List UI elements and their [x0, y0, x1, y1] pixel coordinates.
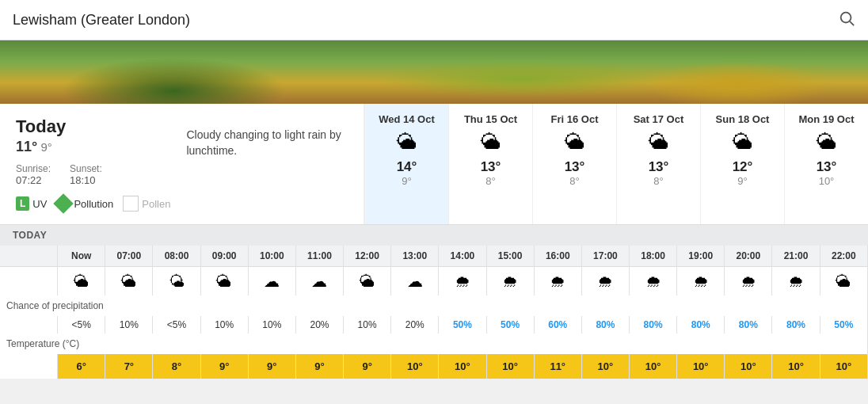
temp-val-4: 9° — [248, 354, 295, 379]
precip-data-row: <5%10%<5%10%10%20%10%20%50%50%60%80%80%8… — [0, 316, 868, 333]
forecast-day-name-4: Sun 18 Oct — [716, 113, 770, 125]
forecast-icon-5: 🌥 — [817, 130, 837, 154]
hourly-icon-14: 🌧 — [725, 267, 772, 296]
main-content: Today 11° 9° Sunrise: 07:22 Sunset: 18:1… — [0, 104, 868, 224]
time-header-11: 17:00 — [581, 246, 629, 267]
today-indicators: L UV Pollution Pollen — [16, 196, 170, 212]
forecast-icon-0: 🌥 — [397, 130, 417, 154]
precip-val-6: 10% — [344, 316, 391, 333]
forecast-day-5[interactable]: Mon 19 Oct 🌥 13° 10° — [785, 104, 868, 224]
hourly-icon-0: 🌥 — [58, 267, 105, 296]
time-header-4: 10:00 — [248, 246, 295, 267]
forecast-day-1[interactable]: Thu 15 Oct 🌥 13° 8° — [449, 104, 533, 224]
time-header-1: 07:00 — [105, 246, 153, 267]
hourly-icon-6: 🌥 — [344, 267, 391, 296]
precip-empty — [0, 316, 58, 333]
temp-label: Temperature (°C) — [0, 333, 868, 354]
forecast-low-0: 9° — [402, 175, 411, 187]
forecast-day-0[interactable]: Wed 14 Oct 🌥 14° 9° — [365, 104, 449, 224]
sunset-label: Sunset: — [70, 163, 102, 174]
hourly-header: TODAY — [0, 225, 868, 246]
hourly-icon-15: 🌧 — [772, 267, 820, 296]
pollen-icon — [123, 196, 139, 212]
sunrise-time: 07:22 — [16, 174, 51, 186]
forecast-high-2: 13° — [565, 159, 585, 175]
forecast-high-0: 14° — [397, 159, 417, 175]
forecast-day-4[interactable]: Sun 18 Oct 🌥 12° 9° — [701, 104, 785, 224]
time-header-5: 11:00 — [295, 246, 343, 267]
pollution-badge[interactable]: Pollution — [56, 196, 113, 211]
precip-val-2: <5% — [153, 316, 200, 333]
temp-label-row: Temperature (°C) — [0, 333, 868, 354]
temp-val-2: 8° — [153, 354, 200, 379]
time-header-7: 13:00 — [391, 246, 439, 267]
pollen-badge[interactable]: Pollen — [123, 196, 170, 212]
temp-data-row: 6°7°8°9°9°9°9°10°10°10°11°10°10°10°10°10… — [0, 354, 868, 379]
search-button[interactable] — [838, 10, 855, 30]
time-header-9: 15:00 — [486, 246, 534, 267]
hourly-icon-2: 🌤 — [153, 267, 200, 296]
forecast-icon-1: 🌥 — [481, 130, 501, 154]
temp-val-3: 9° — [200, 354, 248, 379]
time-header-13: 19:00 — [677, 246, 725, 267]
today-low: 9° — [40, 140, 51, 154]
temp-val-1: 7° — [105, 354, 153, 379]
precip-label-row: Chance of precipitation — [0, 295, 868, 316]
temp-empty — [0, 354, 58, 379]
forecast-day-name-0: Wed 14 Oct — [379, 113, 435, 125]
forecast-day-2[interactable]: Fri 16 Oct 🌥 13° 8° — [533, 104, 617, 224]
hourly-icon-16: 🌥 — [820, 267, 867, 296]
pollen-label: Pollen — [142, 198, 170, 210]
forecast-icon-3: 🌥 — [649, 130, 669, 154]
temp-val-9: 10° — [486, 354, 534, 379]
forecast-day-3[interactable]: Sat 17 Oct 🌥 13° 8° — [617, 104, 701, 224]
hourly-icon-11: 🌧 — [581, 267, 629, 296]
today-panel: Today 11° 9° Sunrise: 07:22 Sunset: 18:1… — [0, 104, 364, 224]
uv-badge[interactable]: L UV — [16, 196, 47, 211]
hourly-icon-12: 🌧 — [629, 267, 676, 296]
temp-val-14: 10° — [725, 354, 772, 379]
svg-line-1 — [850, 21, 854, 25]
time-header-8: 14:00 — [439, 246, 486, 267]
temp-val-13: 10° — [677, 354, 725, 379]
precip-val-3: 10% — [200, 316, 248, 333]
header: Lewisham (Greater London) — [0, 0, 868, 40]
today-title: Today — [16, 116, 170, 137]
temp-val-5: 9° — [295, 354, 343, 379]
time-header-6: 12:00 — [344, 246, 391, 267]
forecast-icon-4: 🌥 — [733, 130, 753, 154]
forecast-low-1: 8° — [485, 175, 495, 187]
precip-val-8: 50% — [439, 316, 486, 333]
forecast-day-name-2: Fri 16 Oct — [551, 113, 599, 125]
time-header-empty — [0, 246, 58, 267]
time-header-15: 21:00 — [772, 246, 820, 267]
today-sun: Sunrise: 07:22 Sunset: 18:10 — [16, 163, 170, 186]
precip-val-10: 60% — [534, 316, 581, 333]
forecast-low-5: 10° — [819, 175, 835, 187]
precip-val-9: 50% — [486, 316, 534, 333]
forecast-low-4: 9° — [737, 175, 747, 187]
icon-row-label — [0, 267, 58, 296]
precip-label: Chance of precipitation — [0, 295, 868, 316]
hourly-icon-13: 🌧 — [677, 267, 725, 296]
hero-image — [0, 40, 868, 104]
precip-val-1: 10% — [105, 316, 153, 333]
hourly-icon-10: 🌧 — [534, 267, 581, 296]
precip-val-5: 20% — [295, 316, 343, 333]
forecast-low-2: 8° — [569, 175, 579, 187]
forecast-high-4: 12° — [733, 159, 753, 175]
temp-val-11: 10° — [581, 354, 629, 379]
uv-level: L — [16, 196, 29, 211]
hourly-icon-8: 🌧 — [439, 267, 486, 296]
today-temps: 11° 9° — [16, 139, 170, 155]
icon-row: 🌥🌥🌤🌥☁☁🌥☁🌧🌧🌧🌧🌧🌧🌧🌧🌥 — [0, 267, 868, 296]
temp-val-8: 10° — [439, 354, 486, 379]
precip-val-16: 50% — [820, 316, 867, 333]
uv-label: UV — [32, 198, 47, 210]
forecast-icon-2: 🌥 — [565, 130, 585, 154]
precip-val-11: 80% — [581, 316, 629, 333]
temp-val-16: 10° — [820, 354, 867, 379]
time-header-14: 20:00 — [725, 246, 772, 267]
forecast-strip: Wed 14 Oct 🌥 14° 9° Thu 15 Oct 🌥 13° 8° … — [364, 104, 868, 224]
precip-val-7: 20% — [391, 316, 439, 333]
